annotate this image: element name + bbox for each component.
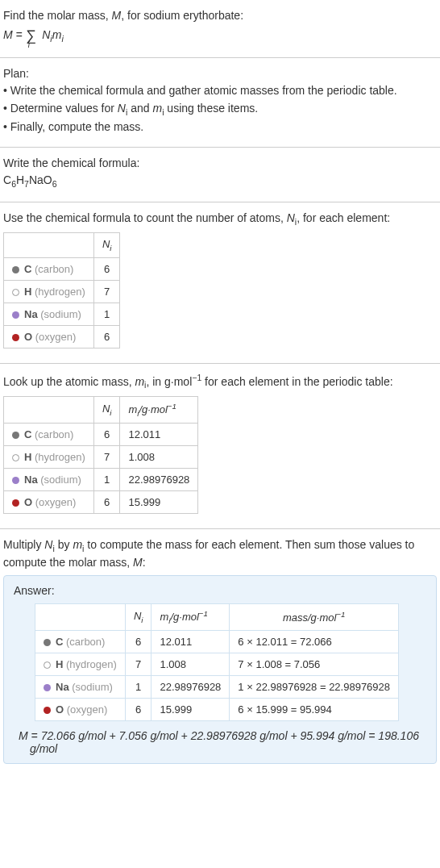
dot-icon (12, 334, 19, 341)
lookup-mass-section: Look up the atomic mass, mi, in g·mol−1 … (0, 364, 440, 529)
var-N: N (44, 538, 52, 551)
table-row: C (carbon)612.0116 × 12.011 = 72.066 (35, 631, 399, 653)
elem-O: O (44, 173, 52, 186)
text: : (143, 556, 146, 569)
n-value: 7 (93, 446, 120, 469)
dot-icon (12, 432, 19, 439)
elem-C: C (3, 173, 11, 186)
text: , for each element: (297, 211, 390, 224)
elem-cell: Na (sodium) (4, 469, 94, 491)
elem-cell: O (oxygen) (4, 491, 94, 514)
elem-cell: C (carbon) (4, 424, 94, 446)
table-row: C (carbon)612.011 (4, 424, 198, 446)
dot-icon (12, 499, 19, 507)
n-value: 1 (93, 303, 120, 326)
col-m: mi/g·mol−1 (152, 604, 230, 631)
elem-cell: H (hydrogen) (35, 653, 126, 676)
sigma: ∑ (26, 27, 36, 44)
text: Use the chemical formula to count the nu… (3, 211, 287, 224)
chemical-formula-section: Write the chemical formula: C6H7NaO6 (0, 148, 440, 202)
text: and (127, 102, 152, 115)
n-value: 7 (125, 653, 152, 676)
dot-icon (44, 707, 51, 714)
elem-cell: O (oxygen) (4, 326, 94, 348)
table-header-row: Ni mi/g·mol−1 (4, 397, 198, 424)
plan-bullet-1: • Write the chemical formula and gather … (3, 83, 437, 99)
m-value: 15.999 (120, 491, 198, 514)
var-m: m (135, 375, 144, 388)
sub-6: 6 (52, 179, 57, 189)
m-value: 15.999 (152, 699, 230, 721)
col-empty (35, 604, 126, 631)
plan-section: Plan: • Write the chemical formula and g… (0, 58, 440, 148)
final-equation: M = 72.066 g/mol + 7.056 g/mol + 22.9897… (14, 729, 426, 755)
n-value: 1 (125, 676, 152, 699)
dot-icon (12, 477, 19, 484)
var-m: m (152, 102, 162, 115)
text: using these items. (164, 102, 258, 115)
col-empty (4, 397, 94, 424)
text: , in g·mol (146, 375, 192, 388)
plan-bullet-2: • Determine values for Ni and mi using t… (3, 101, 437, 118)
text: Look up the atomic mass, (3, 375, 135, 388)
table-row: O (oxygen)615.999 (4, 491, 198, 514)
answer-label: Answer: (14, 584, 426, 597)
intro-line1: Find the molar mass, M, for sodium eryth… (3, 8, 437, 24)
dot-icon (44, 639, 51, 646)
table-header-row: Ni mi/g·mol−1 mass/g·mol−1 (35, 604, 399, 631)
text: • Determine values for (3, 102, 118, 115)
elem-cell: C (carbon) (35, 631, 126, 653)
elem-cell: Na (sodium) (4, 303, 94, 326)
n-value: 7 (93, 281, 120, 303)
plan-title: Plan: (3, 66, 437, 82)
col-mass: mass/g·mol−1 (230, 604, 399, 631)
calc-value: 1 × 22.98976928 = 22.98976928 (230, 676, 399, 699)
answer-table: Ni mi/g·mol−1 mass/g·mol−1 C (carbon)612… (35, 603, 399, 721)
calc-value: 6 × 12.011 = 72.066 (230, 631, 399, 653)
plan-bullet-3: • Finally, compute the mass. (3, 119, 437, 136)
elem-cell: H (hydrogen) (4, 446, 94, 469)
var-N: N (287, 211, 295, 224)
final-sum: = 72.066 g/mol + 7.056 g/mol + 22.989769… (28, 729, 419, 755)
text: Multiply (3, 538, 44, 551)
elem-H: H (16, 173, 24, 186)
table-row: H (hydrogen)71.008 (4, 446, 198, 469)
molar-mass-equation: M = ∑i Nimi (3, 27, 437, 44)
count-table: Ni C (carbon)6 H (hydrogen)7 Na (sodium)… (3, 232, 120, 348)
chem-formula-title: Write the chemical formula: (3, 156, 437, 172)
multiply-title: Multiply Ni by mi to compute the mass fo… (3, 537, 437, 570)
dot-icon (12, 289, 19, 296)
table-row: O (oxygen)6 (4, 326, 120, 348)
text: Find the molar mass, (3, 9, 112, 22)
var-M: M (133, 556, 143, 569)
n-value: 6 (93, 258, 120, 281)
dot-icon (12, 454, 19, 461)
calc-value: 6 × 15.999 = 95.994 (230, 699, 399, 721)
answer-box: Answer: Ni mi/g·mol−1 mass/g·mol−1 C (ca… (3, 575, 437, 764)
var-M: M (112, 9, 122, 22)
var-M: M (19, 729, 28, 742)
elem-Na: Na (29, 173, 44, 186)
calc-value: 7 × 1.008 = 7.056 (230, 653, 399, 676)
dot-icon (44, 661, 51, 669)
table-row: Na (sodium)1 (4, 303, 120, 326)
text: by (55, 538, 73, 551)
dot-icon (12, 266, 19, 273)
answer-section: Multiply Ni by mi to compute the mass fo… (0, 529, 440, 774)
sigma-index: i (28, 40, 30, 49)
table-row: O (oxygen)615.9996 × 15.999 = 95.994 (35, 699, 399, 721)
table-row: H (hydrogen)71.0087 × 1.008 = 7.056 (35, 653, 399, 676)
sup-neg1: −1 (192, 373, 201, 382)
lookup-title: Look up the atomic mass, mi, in g·mol−1 … (3, 372, 437, 391)
elem-cell: H (hydrogen) (4, 281, 94, 303)
table-row: H (hydrogen)7 (4, 281, 120, 303)
elem-cell: C (carbon) (4, 258, 94, 281)
m-value: 1.008 (152, 653, 230, 676)
lookup-table: Ni mi/g·mol−1 C (carbon)612.011 H (hydro… (3, 396, 198, 514)
elem-cell: O (oxygen) (35, 699, 126, 721)
dot-icon (12, 311, 19, 319)
count-atoms-section: Use the chemical formula to count the nu… (0, 202, 440, 364)
col-m: mi/g·mol−1 (120, 397, 198, 424)
col-N: Ni (125, 604, 152, 631)
eq-mi: i (61, 34, 63, 44)
